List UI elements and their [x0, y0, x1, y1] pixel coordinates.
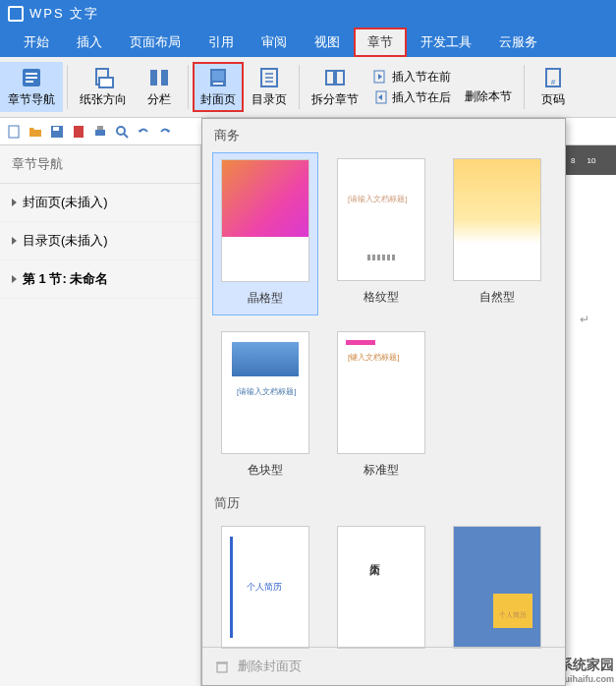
- section-nav-sidebar: 章节导航 封面页(未插入) 目录页(未插入) 第 1 节: 未命名: [0, 145, 201, 686]
- templates-grid-resume: 个人简历 个人简历 个人简历: [202, 520, 565, 653]
- split-icon: [323, 66, 347, 89]
- template-colorblock[interactable]: [请输入文档标题] 色块型: [212, 325, 318, 486]
- expand-arrow-icon: [12, 237, 17, 245]
- print-icon[interactable]: [92, 124, 108, 140]
- template-thumb: 个人简历: [221, 526, 309, 649]
- insert-after-icon: [372, 89, 388, 105]
- new-icon[interactable]: [6, 124, 22, 140]
- svg-text:#: #: [551, 78, 556, 86]
- tab-layout[interactable]: 页面布局: [116, 28, 195, 57]
- insert-after-button[interactable]: 插入节在后: [372, 89, 451, 106]
- section-nav-button[interactable]: 章节导航: [0, 62, 63, 112]
- template-thumb: [键入文档标题]: [337, 331, 425, 454]
- sidebar-item-section1[interactable]: 第 1 节: 未命名: [0, 260, 200, 299]
- cover-button[interactable]: 封面页: [193, 62, 244, 112]
- insert-section-group: 插入节在前 插入节在后: [366, 65, 457, 110]
- svg-rect-15: [326, 71, 334, 85]
- toc-icon: [257, 66, 281, 89]
- svg-rect-9: [212, 71, 224, 81]
- toc-button[interactable]: 目录页: [244, 62, 295, 112]
- svg-rect-23: [53, 127, 59, 131]
- tab-cloud[interactable]: 云服务: [485, 28, 551, 57]
- tab-reference[interactable]: 引用: [195, 28, 248, 57]
- template-thumb: [453, 158, 541, 281]
- open-icon[interactable]: [28, 124, 43, 140]
- sidebar-item-toc[interactable]: 目录页(未插入): [0, 222, 200, 260]
- svg-rect-6: [150, 70, 157, 86]
- templates-grid-business: 晶格型 [请输入文档标题] 格纹型 自然型 [请输入文档标题] 色块型 [键入文…: [202, 152, 565, 486]
- orientation-button[interactable]: 纸张方向: [72, 62, 135, 112]
- template-standard[interactable]: [键入文档标题] 标准型: [328, 325, 434, 486]
- sidebar-item-label: 第 1 节: 未命名: [23, 270, 108, 288]
- template-crystal[interactable]: 晶格型: [212, 152, 318, 315]
- sidebar-header: 章节导航: [0, 145, 200, 184]
- print-preview-icon[interactable]: [114, 124, 130, 140]
- insert-after-label: 插入节在后: [392, 89, 451, 106]
- svg-rect-5: [99, 78, 113, 87]
- pagenum-label: 页码: [541, 91, 565, 108]
- toc-label: 目录页: [252, 91, 287, 108]
- svg-rect-1: [26, 73, 37, 75]
- template-label: 自然型: [479, 285, 515, 314]
- template-resume1[interactable]: 个人简历: [212, 520, 318, 653]
- save-icon[interactable]: [49, 124, 65, 140]
- svg-rect-26: [97, 126, 103, 130]
- tab-review[interactable]: 审阅: [248, 28, 301, 57]
- svg-rect-16: [336, 71, 344, 85]
- svg-point-27: [117, 127, 125, 135]
- app-logo-icon: [8, 6, 24, 22]
- tab-dev[interactable]: 开发工具: [407, 28, 485, 57]
- split-button[interactable]: 拆分章节: [304, 62, 366, 112]
- template-thumb: [221, 159, 309, 282]
- delete-cover-label: 删除封面页: [238, 657, 302, 675]
- expand-arrow-icon: [12, 199, 17, 206]
- template-label: 色块型: [248, 458, 283, 486]
- svg-rect-3: [26, 81, 33, 83]
- separator: [524, 65, 525, 109]
- insert-before-label: 插入节在前: [392, 69, 451, 86]
- ruler-mark: 10: [587, 156, 595, 165]
- separator: [67, 65, 68, 109]
- section-resume-title: 简历: [202, 486, 565, 520]
- columns-button[interactable]: 分栏: [135, 62, 184, 112]
- template-resume2[interactable]: 个人简历: [328, 520, 434, 653]
- document-area[interactable]: ↵: [570, 175, 616, 568]
- insert-before-button[interactable]: 插入节在前: [372, 69, 451, 86]
- watermark-text2: 系统家园: [559, 657, 614, 672]
- paragraph-mark-icon: ↵: [580, 313, 589, 326]
- delete-section-button[interactable]: 删除本节: [457, 65, 520, 109]
- separator: [299, 65, 300, 109]
- split-label: 拆分章节: [311, 91, 359, 108]
- columns-label: 分栏: [147, 91, 171, 108]
- tab-section[interactable]: 章节: [354, 28, 407, 57]
- nav-icon: [20, 66, 43, 89]
- cover-dropdown-panel: 商务 晶格型 [请输入文档标题] 格纹型 自然型 [请输入文档标题] 色块型 […: [201, 118, 566, 686]
- template-nature[interactable]: 自然型: [444, 152, 550, 315]
- undo-icon[interactable]: [136, 124, 151, 140]
- columns-icon: [147, 66, 171, 89]
- ribbon: 章节导航 纸张方向 分栏 封面页 目录页 拆分章节 插入节在前 插入节在后 删除…: [0, 57, 616, 118]
- sidebar-item-cover[interactable]: 封面页(未插入): [0, 184, 200, 222]
- tab-start[interactable]: 开始: [10, 28, 63, 57]
- svg-rect-24: [74, 126, 84, 138]
- template-resume3[interactable]: 个人简历: [444, 520, 550, 653]
- svg-rect-29: [217, 663, 227, 672]
- titlebar: WPS 文字: [0, 0, 616, 28]
- sidebar-item-label: 封面页(未插入): [23, 194, 108, 211]
- section-nav-label: 章节导航: [8, 91, 55, 108]
- orientation-label: 纸张方向: [80, 91, 127, 108]
- template-thumb: 个人简历: [337, 526, 425, 649]
- tab-view[interactable]: 视图: [301, 28, 354, 57]
- separator: [188, 65, 189, 109]
- export-icon[interactable]: [71, 124, 86, 140]
- tab-insert[interactable]: 插入: [63, 28, 116, 57]
- redo-icon[interactable]: [157, 124, 173, 140]
- template-grid[interactable]: [请输入文档标题] 格纹型: [328, 152, 434, 315]
- template-label: 晶格型: [248, 286, 283, 314]
- dropdown-footer[interactable]: 删除封面页: [202, 647, 565, 685]
- svg-rect-2: [26, 77, 37, 79]
- pagenum-button[interactable]: # 页码: [529, 62, 578, 112]
- sidebar-item-label: 目录页(未插入): [23, 232, 108, 250]
- svg-rect-10: [213, 83, 223, 85]
- svg-line-28: [124, 134, 128, 138]
